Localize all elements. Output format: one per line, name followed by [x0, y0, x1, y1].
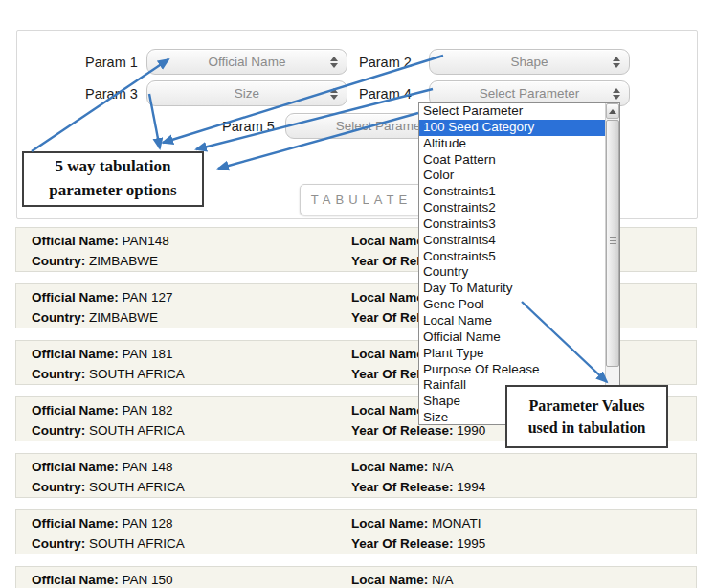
official-name-value: PAN 150 — [123, 573, 173, 587]
scrollbar-grip-icon — [610, 237, 616, 246]
record-card[interactable]: Official Name: PAN 148 Country: SOUTH AF… — [15, 453, 697, 498]
callout-line: 5 way tabulation — [56, 155, 171, 179]
local-name-label: Local Name: — [351, 573, 428, 587]
official-name-value: PAN 148 — [123, 460, 173, 474]
country-value: SOUTH AFRICA — [89, 536, 185, 551]
local-name-label: Local Name: — [351, 290, 428, 305]
option-altitude[interactable]: Altitude — [419, 136, 605, 152]
option-color[interactable]: Color — [419, 168, 605, 184]
official-name-value: PAN148 — [123, 234, 169, 248]
official-name-label: Official Name: — [32, 460, 119, 474]
param-3-label: Param 3 — [85, 86, 138, 102]
country-value: SOUTH AFRICA — [89, 367, 185, 381]
official-name-label: Official Name: — [32, 347, 119, 361]
country-label: Country: — [32, 367, 85, 381]
official-name-label: Official Name: — [32, 516, 119, 531]
parameter-options: Select Parameter 100 Seed Category Altit… — [419, 103, 605, 426]
year-label: Year Of Release: — [351, 536, 454, 551]
official-name-label: Official Name: — [32, 234, 119, 248]
option-gene-pool[interactable]: Gene Pool — [419, 297, 605, 313]
param-2-select[interactable]: Shape — [429, 49, 630, 75]
option-constraints4[interactable]: Constraints4 — [419, 233, 605, 249]
param-3-select-value: Size — [235, 86, 259, 101]
option-coat-pattern[interactable]: Coat Pattern — [419, 152, 605, 169]
local-name-value: N/A — [432, 460, 454, 474]
callout-line: Parameter Values — [528, 395, 644, 417]
official-name-value: PAN 181 — [123, 347, 173, 361]
country-value: SOUTH AFRICA — [89, 480, 185, 494]
option-local-name[interactable]: Local Name — [419, 313, 605, 329]
callout-line: used in tabulation — [528, 417, 646, 439]
option-day-to-maturity[interactable]: Day To Maturity — [419, 281, 605, 297]
country-label: Country: — [32, 254, 85, 268]
scrollbar-thumb[interactable] — [606, 120, 619, 367]
local-name-label: Local Name: — [351, 516, 428, 531]
local-name-label: Local Name: — [351, 460, 428, 474]
param-4-select-value: Select Parameter — [480, 86, 579, 101]
option-purpose-of-release[interactable]: Purpose Of Release — [419, 362, 605, 378]
year-value: 1995 — [457, 536, 485, 551]
country-value: SOUTH AFRICA — [89, 423, 185, 438]
param-2-select-value: Shape — [510, 55, 548, 69]
param-4-label: Param 4 — [359, 86, 412, 102]
option-constraints5[interactable]: Constraints5 — [419, 249, 605, 265]
callout-line: parameter options — [49, 179, 176, 203]
country-label: Country: — [32, 423, 85, 438]
callout-tabulation-parameters: 5 way tabulation parameter options — [22, 151, 204, 207]
option-constraints2[interactable]: Constraints2 — [419, 200, 605, 216]
param-5-label: Param 5 — [222, 119, 275, 134]
option-constraints3[interactable]: Constraints3 — [419, 216, 605, 233]
country-label: Country: — [32, 536, 85, 551]
param-3-select[interactable]: Size — [146, 80, 347, 106]
option-country[interactable]: Country — [419, 264, 605, 281]
official-name-value: PAN 128 — [123, 516, 173, 531]
official-name-value: PAN 127 — [123, 290, 173, 305]
option-select-parameter[interactable]: Select Parameter — [419, 103, 605, 120]
local-name-label: Local Name: — [351, 347, 428, 361]
option-plant-type[interactable]: Plant Type — [419, 346, 605, 362]
select-stepper-icon — [613, 57, 620, 68]
select-stepper-icon — [613, 88, 620, 100]
local-name-label: Local Name: — [351, 403, 428, 418]
official-name-label: Official Name: — [32, 403, 119, 418]
local-name-value: MONATI — [432, 516, 481, 531]
country-label: Country: — [32, 480, 85, 494]
param-2-label: Param 2 — [359, 55, 412, 70]
record-card[interactable]: Official Name: PAN 150 Country: Local Na… — [15, 566, 697, 588]
option-100-seed-category[interactable]: 100 Seed Category — [419, 120, 605, 136]
select-stepper-icon — [330, 88, 338, 100]
select-stepper-icon — [330, 57, 338, 68]
country-value: ZIMBABWE — [89, 254, 158, 268]
country-value: ZIMBABWE — [89, 310, 158, 325]
local-name-value: N/A — [432, 573, 454, 587]
param-1-select-value: Official Name — [209, 55, 286, 69]
year-label: Year Of Release: — [351, 480, 454, 494]
option-official-name[interactable]: Official Name — [419, 329, 605, 346]
option-constraints1[interactable]: Constraints1 — [419, 184, 605, 200]
local-name-label: Local Name: — [351, 234, 428, 248]
param-1-label: Param 1 — [85, 55, 138, 70]
param-1-select[interactable]: Official Name — [146, 49, 347, 75]
list-scrollbar[interactable] — [605, 103, 619, 424]
tabulation-page: Param 1 Param 2 Param 3 Param 4 Param 5 … — [0, 0, 716, 588]
official-name-value: PAN 182 — [123, 403, 173, 418]
callout-parameter-values: Parameter Values used in tabulation — [505, 385, 668, 448]
parameter-options-list: Select Parameter 100 Seed Category Altit… — [418, 102, 620, 425]
scroll-up-icon[interactable] — [606, 103, 619, 119]
country-label: Country: — [32, 310, 85, 325]
year-value: 1994 — [457, 480, 485, 494]
tabulate-button-label: TABULATE — [311, 192, 412, 207]
record-card[interactable]: Official Name: PAN 128 Country: SOUTH AF… — [15, 509, 697, 554]
official-name-label: Official Name: — [32, 290, 119, 305]
official-name-label: Official Name: — [32, 573, 119, 587]
